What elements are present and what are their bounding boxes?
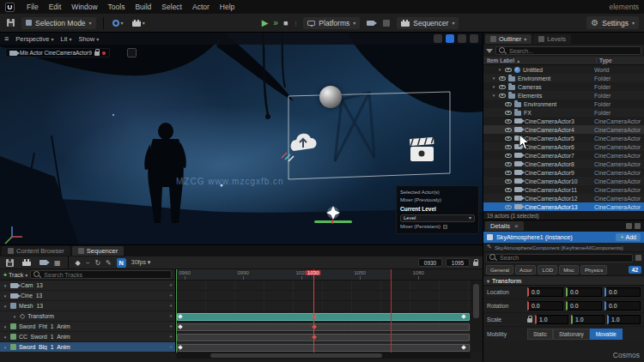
grid-tool-button[interactable] bbox=[381, 17, 392, 29]
add-section-icon[interactable]: + bbox=[169, 293, 173, 299]
expander-icon[interactable]: ▾ bbox=[3, 304, 8, 309]
viewport[interactable]: ≡ Perspective▾Lit▾Show▾ Mix Actor CineCa… bbox=[0, 33, 483, 244]
section-bar[interactable] bbox=[177, 313, 470, 321]
filter-chip-lod[interactable]: LOD bbox=[538, 265, 557, 275]
visibility-eye-icon[interactable] bbox=[505, 188, 512, 192]
viewport-menu-lit[interactable]: Lit▾ bbox=[60, 35, 71, 43]
seq-camera-button[interactable] bbox=[38, 256, 49, 268]
timeline-lane[interactable] bbox=[176, 301, 471, 311]
mobility-movable[interactable]: Movable bbox=[590, 329, 623, 340]
outliner-row[interactable]: CineCameraActor3CineCameraActor bbox=[483, 117, 644, 125]
timeline-lane[interactable] bbox=[176, 291, 471, 301]
add-section-icon[interactable]: + bbox=[169, 334, 173, 340]
add-component-button[interactable]: + Add bbox=[616, 233, 641, 241]
track-row[interactable]: ▾Cine_13+ bbox=[0, 291, 175, 301]
visibility-eye-icon[interactable] bbox=[505, 68, 512, 72]
outliner-row[interactable]: ▾CamerasFolder bbox=[483, 82, 644, 91]
timeline-lanes[interactable] bbox=[176, 281, 471, 353]
camera-tool-button[interactable] bbox=[365, 17, 376, 29]
outliner-column-header[interactable]: Item Label▲ Type bbox=[483, 57, 644, 65]
expander-icon[interactable]: ▾ bbox=[3, 283, 8, 288]
cinematics-button[interactable]: ▾ bbox=[131, 17, 147, 29]
add-track-button[interactable]: + Track ▾ bbox=[3, 272, 27, 278]
track-search-input[interactable] bbox=[44, 272, 168, 278]
track-row[interactable]: ▾◇Transform+ bbox=[0, 311, 175, 322]
stop-button[interactable]: ■ bbox=[283, 19, 288, 27]
unreal-logo-icon[interactable]: U bbox=[5, 3, 15, 12]
playback-start-marker[interactable] bbox=[176, 269, 177, 353]
track-row[interactable]: ▾Mesh_13+ bbox=[0, 301, 175, 311]
save-button[interactable] bbox=[5, 17, 16, 29]
track-search[interactable] bbox=[30, 270, 172, 279]
scrollbar-thumb[interactable] bbox=[210, 353, 382, 358]
add-section-icon[interactable]: + bbox=[169, 303, 173, 309]
section-bar[interactable] bbox=[177, 344, 470, 352]
visibility-eye-icon[interactable] bbox=[505, 145, 512, 149]
vertical-scrollbar[interactable] bbox=[471, 281, 483, 353]
section-bar[interactable] bbox=[177, 334, 470, 341]
expander-icon[interactable]: ▾ bbox=[3, 335, 8, 340]
outliner-row[interactable]: CineCameraActor7CineCameraActor bbox=[483, 151, 644, 160]
component-row[interactable]: ✎ SkyAtmosphereComponent (KeyframeAllCom… bbox=[483, 243, 644, 252]
x-value-field[interactable]: 1.0 bbox=[535, 315, 568, 324]
edit-icon[interactable]: ✎ bbox=[106, 259, 112, 267]
skip-button[interactable]: » bbox=[273, 18, 278, 27]
timeline-lane[interactable] bbox=[176, 322, 471, 332]
expander-icon[interactable]: ▾ bbox=[497, 67, 502, 72]
lock-icon[interactable] bbox=[473, 262, 478, 266]
outliner-row[interactable]: CineCameraActor9CineCameraActor bbox=[483, 168, 644, 177]
scrollbar-thumb[interactable] bbox=[473, 284, 479, 318]
viewport-screenshot-icon[interactable] bbox=[434, 34, 442, 43]
visibility-eye-icon[interactable] bbox=[505, 205, 512, 209]
expander-icon[interactable]: ▾ bbox=[491, 75, 496, 81]
add-section-icon[interactable]: + bbox=[169, 282, 173, 288]
details-filter-icon[interactable] bbox=[635, 255, 641, 261]
visibility-eye-icon[interactable] bbox=[505, 119, 512, 124]
outliner-row[interactable]: CineCameraActor10CineCameraActor bbox=[483, 177, 644, 185]
viewport-settings-icon[interactable] bbox=[458, 34, 466, 43]
tab-levels[interactable]: Levels bbox=[533, 34, 571, 44]
viewport-maximize-icon[interactable] bbox=[470, 34, 478, 43]
track-row[interactable]: ▾Cam_13+ bbox=[0, 281, 175, 291]
timeline-lane[interactable] bbox=[176, 311, 471, 322]
refresh-icon[interactable]: ↻ bbox=[94, 259, 100, 267]
timeline-ruler[interactable]: 09600990102010501080 bbox=[176, 269, 471, 281]
y-value-field[interactable]: 1.0 bbox=[571, 315, 605, 324]
filter-chip-physics[interactable]: Physics bbox=[580, 265, 607, 275]
outliner-row[interactable]: ▾ElementsFolder bbox=[483, 91, 644, 100]
y-value-field[interactable]: 0.0 bbox=[566, 301, 602, 311]
filter-chip-general[interactable]: General bbox=[486, 265, 513, 275]
play-button[interactable]: ▶ bbox=[262, 18, 269, 27]
viewport-menu-perspective[interactable]: Perspective▾ bbox=[15, 35, 53, 43]
lock-icon[interactable] bbox=[94, 51, 100, 56]
details-search-input[interactable] bbox=[500, 255, 629, 261]
playback-end-marker[interactable] bbox=[391, 269, 392, 353]
camera-binding-pill[interactable]: Mix Actor CineCameraActor9 bbox=[5, 48, 110, 57]
details-menu-icon[interactable] bbox=[626, 223, 632, 229]
mode-selector[interactable]: Selection Mode ▾ bbox=[21, 17, 96, 29]
menu-tools[interactable]: Tools bbox=[103, 3, 131, 11]
sequencer-toolbar-button[interactable]: Sequencer ▾ bbox=[397, 17, 459, 29]
fps-selector[interactable]: 30fps ▾ bbox=[131, 259, 151, 266]
visibility-eye-icon[interactable] bbox=[505, 111, 512, 115]
outliner-row[interactable]: CineCameraActor11CineCameraActor bbox=[483, 185, 644, 194]
visibility-eye-icon[interactable] bbox=[499, 94, 506, 98]
pilot-exit-button[interactable] bbox=[127, 48, 137, 57]
outliner-row[interactable]: CineCameraActor12CineCameraActor bbox=[483, 194, 644, 202]
menu-window[interactable]: Window bbox=[66, 3, 102, 11]
expander-icon[interactable]: ▾ bbox=[3, 345, 8, 350]
visibility-eye-icon[interactable] bbox=[505, 196, 512, 201]
menu-help[interactable]: Help bbox=[215, 3, 240, 11]
expander-icon[interactable]: ▾ bbox=[491, 84, 496, 89]
x-value-field[interactable]: 0.0 bbox=[527, 301, 563, 311]
scale-lock-icon[interactable] bbox=[527, 318, 532, 323]
visibility-eye-icon[interactable] bbox=[505, 154, 512, 158]
visibility-eye-icon[interactable] bbox=[499, 76, 506, 81]
add-section-icon[interactable]: + bbox=[169, 344, 173, 350]
expander-icon[interactable]: ▾ bbox=[12, 314, 17, 319]
outliner-row[interactable]: CineCameraActor6CineCameraActor bbox=[483, 142, 644, 151]
visibility-eye-icon[interactable] bbox=[505, 102, 512, 106]
autokey-badge[interactable]: N bbox=[117, 258, 126, 268]
visibility-eye-icon[interactable] bbox=[505, 162, 512, 166]
outliner-row[interactable]: CineCameraActor8CineCameraActor bbox=[483, 160, 644, 168]
